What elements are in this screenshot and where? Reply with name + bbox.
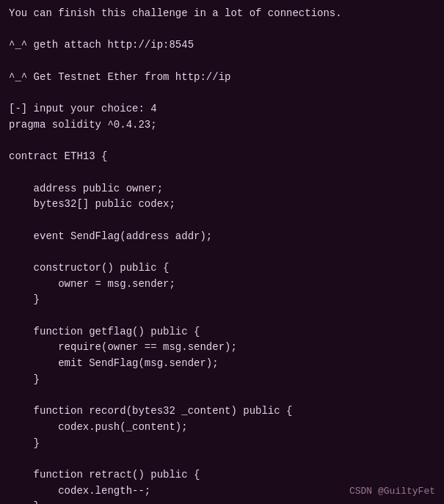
code-line: emit SendFlag(msg.sender);	[9, 356, 435, 372]
code-line	[9, 134, 435, 150]
code-line	[9, 308, 435, 324]
code-line	[9, 165, 435, 181]
code-line	[9, 388, 435, 404]
code-line: You can finish this challenge in a lot o…	[9, 6, 435, 22]
code-line: }	[9, 499, 435, 504]
code-line: }	[9, 436, 435, 452]
code-line: codex.push(_content);	[9, 420, 435, 436]
terminal-window: You can finish this challenge in a lot o…	[0, 0, 444, 504]
code-line: bytes32[] public codex;	[9, 197, 435, 213]
code-display: You can finish this challenge in a lot o…	[9, 6, 435, 504]
code-line: pragma solidity ^0.4.23;	[9, 117, 435, 134]
code-line: ^_^ Get Testnet Ether from http://ip	[9, 70, 435, 86]
code-line: }	[9, 292, 435, 308]
code-line: }	[9, 372, 435, 388]
code-line: event SendFlag(address addr);	[9, 229, 435, 245]
code-line	[9, 85, 435, 101]
code-line: contract ETH13 {	[9, 149, 435, 165]
code-line	[9, 54, 435, 70]
code-line	[9, 244, 435, 260]
watermark: CSDN @GuiltyFet	[349, 486, 435, 497]
code-line: function record(bytes32 _content) public…	[9, 403, 435, 420]
code-line: require(owner == msg.sender);	[9, 340, 435, 356]
code-line: function retract() public {	[9, 467, 435, 483]
code-line: address public owner;	[9, 181, 435, 197]
code-line: owner = msg.sender;	[9, 277, 435, 293]
code-line: ^_^ geth attach http://ip:8545	[9, 37, 435, 54]
code-line: [-] input your choice: 4	[9, 101, 435, 117]
code-line: function getflag() public {	[9, 324, 435, 340]
code-line: constructor() public {	[9, 260, 435, 277]
code-line	[9, 451, 435, 467]
code-line	[9, 213, 435, 229]
code-line	[9, 22, 435, 38]
